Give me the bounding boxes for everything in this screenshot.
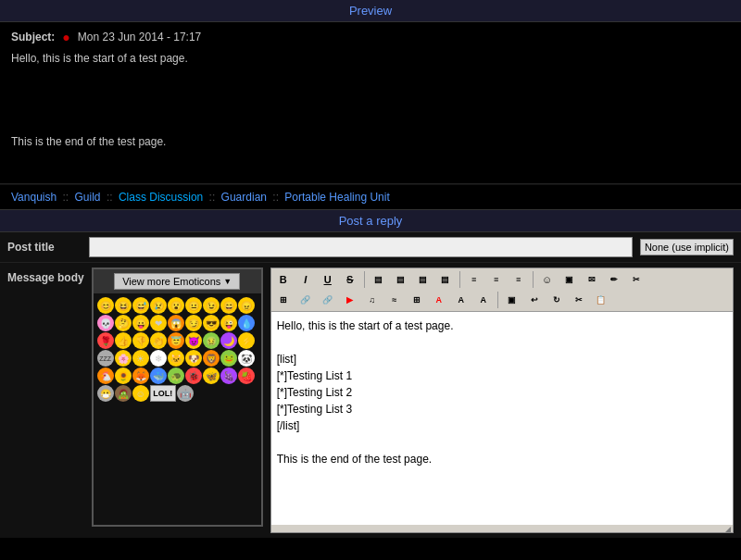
emoticon-23[interactable]: 😇 — [168, 332, 184, 349]
emoticon-41[interactable]: 🐢 — [168, 367, 184, 384]
toolbar-underline[interactable]: U — [318, 270, 338, 289]
toolbar-special[interactable]: ▣ — [502, 291, 522, 309]
toolbar-font-bg[interactable]: A — [451, 291, 471, 309]
emoticon-5[interactable]: 😮 — [168, 297, 184, 314]
emoticon-7[interactable]: 😉 — [203, 297, 220, 314]
toolbar-audio[interactable]: ♫ — [362, 291, 383, 309]
emoticon-21[interactable]: 👎 — [132, 332, 149, 349]
editor-resize-handle[interactable] — [271, 525, 733, 532]
toolbar-align-left[interactable]: ▤ — [369, 270, 389, 289]
emoticon-33[interactable]: 🐶 — [185, 350, 202, 367]
emoticon-22[interactable]: 👏 — [150, 332, 167, 349]
emoticon-2[interactable]: 😆 — [115, 297, 132, 314]
toolbar-align-center[interactable]: ▤ — [391, 270, 411, 289]
toolbar-media[interactable]: ▣ — [559, 270, 580, 289]
breadcrumb-portable-healing[interactable]: Portable Healing Unit — [284, 191, 389, 204]
emoticon-3[interactable]: 😅 — [132, 297, 149, 314]
breadcrumb-vanquish[interactable]: Vanquish — [11, 191, 57, 204]
view-more-emoticons-button[interactable]: View more Emoticons — [114, 273, 240, 290]
emoticon-35[interactable]: 🐸 — [220, 350, 237, 367]
emoticon-40[interactable]: 🐳 — [150, 367, 167, 384]
emoticon-48[interactable]: ☺ — [132, 385, 149, 402]
emoticon-46[interactable]: 😷 — [97, 385, 114, 402]
breadcrumb-guardian[interactable]: Guardian — [221, 191, 267, 204]
toolbar-image[interactable]: ⊞ — [273, 291, 294, 309]
emoticon-24[interactable]: 😈 — [185, 332, 202, 349]
emoticon-31[interactable]: ❄ — [150, 350, 167, 367]
toolbar-bold[interactable]: B — [273, 270, 294, 289]
emoticon-4[interactable]: 😢 — [150, 297, 167, 314]
post-title-row: Post title None (use implicit) — [0, 232, 741, 263]
toolbar-unordered-list[interactable]: ≡ — [464, 270, 484, 289]
emoticon-18[interactable]: 💧 — [238, 315, 255, 331]
emoticon-44[interactable]: 🍇 — [220, 367, 237, 384]
emoticon-36[interactable]: 🐼 — [238, 350, 255, 367]
emoticon-17[interactable]: 😜 — [220, 315, 237, 331]
preview-bar: Preview — [0, 0, 741, 22]
breadcrumb-guild[interactable]: Guild — [75, 191, 101, 204]
toolbar-sep-1 — [364, 271, 365, 288]
toolbar-font-color[interactable]: A — [429, 291, 449, 309]
emoticon-8[interactable]: 😄 — [220, 297, 237, 314]
toolbar-youtube[interactable]: ▶ — [340, 291, 360, 309]
emoticon-34[interactable]: 🦁 — [203, 350, 220, 367]
toolbar-redo[interactable]: ↻ — [546, 291, 567, 309]
message-body-label: Message body — [7, 268, 84, 284]
toolbar-unlink[interactable]: 🔗 — [318, 291, 338, 309]
preview-label: Preview — [349, 4, 392, 18]
none-select-button[interactable]: None (use implicit) — [640, 239, 734, 255]
toolbar-table[interactable]: ⊞ — [407, 291, 427, 309]
emoticon-16[interactable]: 😎 — [203, 315, 220, 331]
toolbar-align-right[interactable]: ▤ — [413, 270, 433, 289]
emoticon-13[interactable]: ❤ — [150, 315, 167, 331]
toolbar-undo[interactable]: ↩ — [524, 291, 545, 309]
lol-badge[interactable]: LOL! — [150, 385, 176, 402]
message-body-row: Message body View more Emoticons 😊 😆 😅 😢… — [0, 263, 741, 538]
emoticon-20[interactable]: 👍 — [115, 332, 132, 349]
emoticon-32[interactable]: 🐱 — [168, 350, 184, 367]
emoticon-25[interactable]: 🤢 — [203, 332, 220, 349]
toolbar-indent[interactable]: ≡ — [509, 270, 529, 289]
emoticon-42[interactable]: 🐞 — [185, 367, 202, 384]
editor-textarea[interactable]: Hello, this is the start of a test page.… — [271, 312, 733, 525]
toolbar-edit[interactable]: ✏ — [604, 270, 624, 289]
emoticon-9[interactable]: 😠 — [238, 297, 255, 314]
emoticon-10[interactable]: 💀 — [97, 315, 114, 331]
emoticon-49[interactable]: 🤖 — [177, 385, 194, 402]
emoticon-11[interactable]: 🤔 — [115, 315, 132, 331]
emoticon-1[interactable]: 😊 — [97, 297, 114, 314]
emoticon-43[interactable]: 🦋 — [203, 367, 220, 384]
toolbar-cut[interactable]: ✂ — [626, 270, 647, 289]
toolbar-strikethrough[interactable]: S — [340, 270, 360, 289]
emoticon-28[interactable]: ZZZ — [97, 350, 114, 367]
toolbar-cut2[interactable]: ✂ — [569, 291, 589, 309]
emoticon-12[interactable]: 😛 — [132, 315, 149, 331]
emoticon-39[interactable]: 🦊 — [132, 367, 149, 384]
emoticon-26[interactable]: 🌙 — [220, 332, 237, 349]
emoticon-14[interactable]: 😱 — [168, 315, 184, 331]
post-body-line1: Hello, this is the start of a test page. — [11, 50, 730, 67]
emoticon-37[interactable]: 🐔 — [97, 367, 114, 384]
emoticon-47[interactable]: 🧟 — [115, 385, 132, 402]
emoticon-6[interactable]: 😐 — [185, 297, 202, 314]
emoticon-45[interactable]: 🍓 — [238, 367, 255, 384]
emoticon-27[interactable]: ⚡ — [238, 332, 255, 349]
post-title-input[interactable] — [89, 237, 633, 257]
toolbar-link[interactable]: 🔗 — [295, 291, 316, 309]
post-preview: Subject: ● Mon 23 Jun 2014 - 17:17 Hello… — [0, 22, 741, 184]
toolbar-smiley[interactable]: ☺ — [537, 270, 558, 289]
emoticon-29[interactable]: 🌸 — [115, 350, 132, 367]
toolbar-font-size[interactable]: A — [473, 291, 494, 309]
emoticon-30[interactable]: ☀ — [132, 350, 149, 367]
toolbar-flash[interactable]: ≈ — [384, 291, 405, 309]
toolbar-italic[interactable]: I — [295, 270, 316, 289]
toolbar-ordered-list[interactable]: ≡ — [486, 270, 507, 289]
toolbar: B I U S ▤ ▤ ▤ ▤ ≡ ≡ ≡ ☺ ▣ ✉ — [271, 268, 733, 312]
toolbar-align-justify[interactable]: ▤ — [435, 270, 456, 289]
toolbar-email[interactable]: ✉ — [582, 270, 602, 289]
breadcrumb-class-discussion[interactable]: Class Discussion — [119, 191, 203, 204]
emoticon-19[interactable]: 🌹 — [97, 332, 114, 349]
emoticon-15[interactable]: 😏 — [185, 315, 202, 331]
toolbar-paste[interactable]: 📋 — [591, 291, 611, 309]
emoticon-38[interactable]: 🌻 — [115, 367, 132, 384]
